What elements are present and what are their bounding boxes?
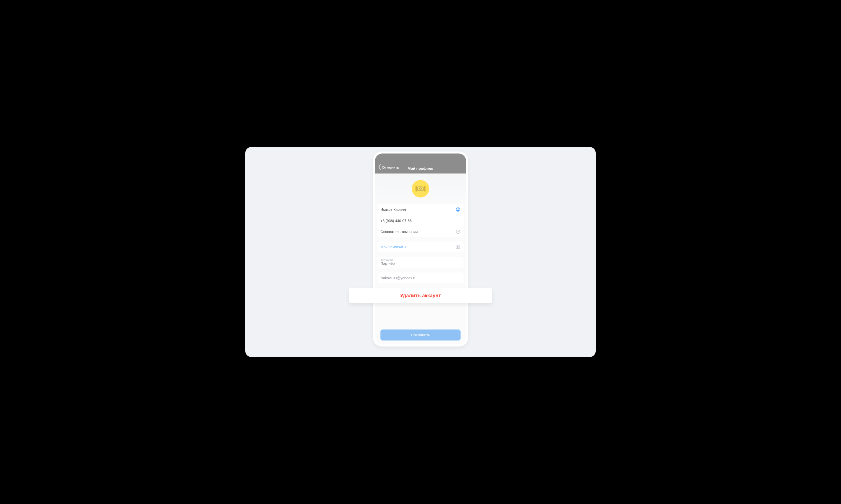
camera-icon [417, 185, 424, 192]
page-title: Мой профиль [408, 166, 433, 170]
avatar-section [377, 174, 464, 204]
avatar-upload-button[interactable] [412, 180, 429, 198]
cancel-button[interactable]: Отменить [378, 164, 399, 170]
email-field[interactable]: isakov103@yandex.ru [380, 272, 461, 284]
app-stage: Отменить Мой профиль [245, 147, 596, 357]
phone-value: +8 (938) 440-07-56 [380, 219, 412, 223]
personal-info-card: Исаков Кирилл +8 (938) 440-07-56 Основат… [377, 204, 464, 237]
email-card: isakov103@yandex.ru [377, 272, 464, 284]
phone-screen: Отменить Мой профиль [375, 154, 466, 344]
name-field[interactable]: Исаков Кирилл [380, 204, 461, 215]
requisites-card: Мои реквизиты [377, 241, 464, 252]
delete-account-label: Удалить аккаунт [400, 293, 441, 299]
phone-frame: Отменить Мой профиль [373, 151, 468, 346]
email-value: isakov103@yandex.ru [380, 276, 416, 280]
category-label: Категория [380, 258, 461, 262]
requisites-link[interactable]: Мои реквизиты [380, 241, 461, 252]
avatar-decor-right [424, 186, 426, 192]
category-card[interactable]: Категория Партнёр [377, 257, 464, 268]
chevron-left-icon [378, 164, 381, 170]
role-field[interactable]: Основатель компании [380, 226, 461, 237]
requisites-label: Мои реквизиты [380, 245, 406, 249]
svg-point-6 [457, 247, 458, 247]
svg-point-4 [458, 233, 458, 233]
save-button[interactable]: Сохранить [380, 329, 461, 341]
person-icon [456, 207, 461, 212]
svg-point-0 [419, 187, 422, 190]
id-card-icon [456, 245, 461, 250]
svg-point-2 [458, 208, 459, 210]
save-label: Сохранить [411, 333, 430, 337]
cancel-label: Отменить [382, 165, 399, 169]
phone-field[interactable]: +8 (938) 440-07-56 [380, 215, 461, 226]
screen-header: Отменить Мой профиль [375, 154, 466, 174]
help-icon[interactable] [456, 229, 461, 234]
category-value: Партнёр [380, 262, 461, 266]
delete-account-button[interactable]: Удалить аккаунт [349, 288, 492, 303]
role-value: Основатель компании [380, 230, 418, 234]
name-value: Исаков Кирилл [380, 208, 406, 212]
screen-content: Исаков Кирилл +8 (938) 440-07-56 Основат… [375, 174, 466, 344]
